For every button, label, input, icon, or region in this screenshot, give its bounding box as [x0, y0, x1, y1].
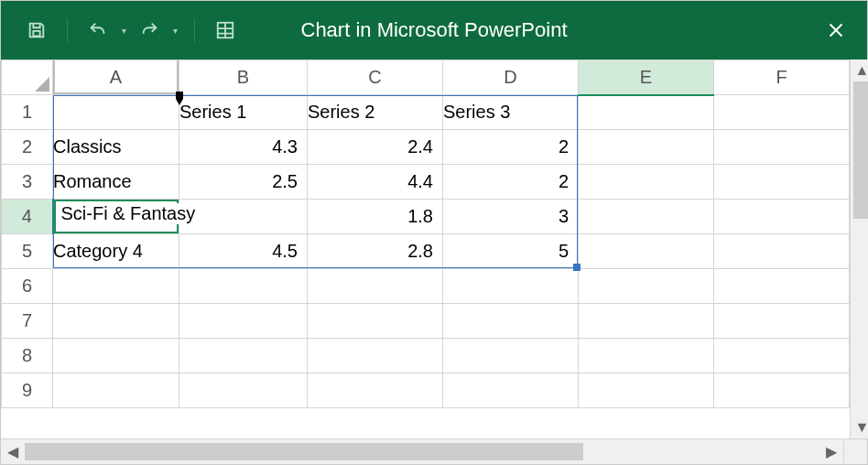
cell-b8[interactable] [179, 339, 308, 373]
select-all-corner[interactable] [2, 60, 53, 95]
column-header-a[interactable]: A [53, 60, 179, 95]
cell-b7[interactable] [179, 304, 308, 339]
row-header-1[interactable]: 1 [2, 95, 53, 130]
save-icon[interactable] [21, 15, 52, 46]
column-header-e[interactable]: E [579, 60, 714, 95]
cell-a9[interactable] [53, 373, 179, 408]
cell-f7[interactable] [714, 304, 850, 339]
undo-icon[interactable] [82, 15, 114, 46]
separator [194, 18, 195, 42]
scroll-down-icon[interactable]: ▼ [851, 416, 868, 438]
close-button[interactable] [818, 12, 854, 49]
redo-dropdown-icon[interactable]: ▾ [170, 26, 179, 36]
horizontal-scrollbar[interactable]: ◀ ▶ [1, 439, 843, 464]
cell-f1[interactable] [714, 95, 850, 130]
separator [67, 18, 68, 42]
cell-c7[interactable] [308, 304, 443, 339]
row-header-8[interactable]: 8 [2, 339, 53, 373]
editing-cell-text: Sci-Fi & Fantasy [61, 203, 200, 224]
cell-a1[interactable] [53, 95, 179, 130]
cell-e7[interactable] [579, 304, 714, 339]
cell-a4[interactable]: Sci-Fi & Fantasy [53, 200, 179, 234]
cell-c5[interactable]: 2.8 [308, 234, 443, 269]
cell-f4[interactable] [714, 200, 850, 234]
horizontal-scroll-row: ◀ ▶ [1, 438, 867, 464]
cell-e2[interactable] [579, 130, 714, 165]
column-header-f[interactable]: F [714, 60, 850, 95]
cell-a5[interactable]: Category 4 [53, 234, 179, 269]
edit-data-grid-icon[interactable] [210, 15, 241, 46]
cell-b1[interactable]: Series 1 [179, 95, 308, 130]
cell-d4[interactable]: 3 [443, 200, 579, 234]
cell-b3[interactable]: 2.5 [179, 165, 308, 200]
cell-d6[interactable] [443, 269, 579, 304]
scroll-right-icon[interactable]: ▶ [819, 439, 843, 464]
cell-e6[interactable] [579, 269, 714, 304]
column-header-b[interactable]: B [179, 60, 308, 95]
row-header-9[interactable]: 9 [2, 373, 53, 408]
cell-f9[interactable] [714, 373, 850, 408]
row-header-3[interactable]: 3 [2, 165, 53, 200]
cell-d8[interactable] [443, 339, 579, 373]
cell-c4[interactable]: 1.8 [308, 200, 443, 234]
cell-d2[interactable]: 2 [443, 130, 579, 165]
spreadsheet-area: A B C D E F 1 Series 1 Series 2 [1, 59, 867, 464]
titlebar: ▾ ▾ Chart in Microsoft PowerPoint [1, 1, 867, 59]
scroll-up-icon[interactable]: ▲ [851, 59, 868, 81]
undo-dropdown-icon[interactable]: ▾ [119, 26, 128, 36]
cell-a6[interactable] [53, 269, 179, 304]
cell-f6[interactable] [714, 269, 850, 304]
cell-c8[interactable] [308, 339, 443, 373]
cell-c2[interactable]: 2.4 [308, 130, 443, 165]
vscroll-thumb[interactable] [853, 81, 868, 219]
vscroll-track[interactable] [851, 81, 868, 416]
cell-d7[interactable] [443, 304, 579, 339]
cell-b9[interactable] [179, 373, 308, 408]
cell-f5[interactable] [714, 234, 850, 269]
chart-data-editor-window: ▾ ▾ Chart in Microsoft PowerPoint [0, 0, 868, 465]
redo-icon[interactable] [134, 15, 165, 46]
row-header-2[interactable]: 2 [2, 130, 53, 165]
cell-a3[interactable]: Romance [53, 165, 179, 200]
cell-a8[interactable] [53, 339, 179, 373]
cell-f8[interactable] [714, 339, 850, 373]
quick-access-toolbar: ▾ ▾ [1, 15, 241, 46]
cell-d1[interactable]: Series 3 [443, 95, 579, 130]
column-header-c[interactable]: C [308, 60, 443, 95]
cell-b2[interactable]: 4.3 [179, 130, 308, 165]
cell-c6[interactable] [308, 269, 443, 304]
cell-d9[interactable] [443, 373, 579, 408]
cell-b6[interactable] [179, 269, 308, 304]
cell-e8[interactable] [579, 339, 714, 373]
cell-d3[interactable]: 2 [443, 165, 579, 200]
scroll-left-icon[interactable]: ◀ [1, 439, 25, 464]
cell-e1[interactable] [579, 95, 714, 130]
vertical-scrollbar[interactable]: ▲ ▼ [850, 59, 868, 438]
cell-f3[interactable] [714, 165, 850, 200]
row-header-4[interactable]: 4 [2, 200, 53, 234]
cell-b5[interactable]: 4.5 [179, 234, 308, 269]
cell-c1[interactable]: Series 2 [308, 95, 443, 130]
cell-d5[interactable]: 5 [443, 234, 579, 269]
cell-f2[interactable] [714, 130, 850, 165]
cell-c9[interactable] [308, 373, 443, 408]
cell-e4[interactable] [579, 200, 714, 234]
column-header-d[interactable]: D [443, 60, 579, 95]
cell-e5[interactable] [579, 234, 714, 269]
hscroll-thumb[interactable] [25, 443, 583, 460]
row-header-7[interactable]: 7 [2, 304, 53, 339]
cell-e3[interactable] [579, 165, 714, 200]
cell-a2[interactable]: Classics [53, 130, 179, 165]
scroll-corner [843, 439, 867, 464]
cell-b4[interactable] [179, 200, 308, 234]
row-header-5[interactable]: 5 [2, 234, 53, 269]
grid[interactable]: A B C D E F 1 Series 1 Series 2 [1, 59, 850, 438]
cell-e9[interactable] [579, 373, 714, 408]
cell-c3[interactable]: 4.4 [308, 165, 443, 200]
cell-a7[interactable] [53, 304, 179, 339]
row-header-6[interactable]: 6 [2, 269, 53, 304]
svg-rect-0 [33, 31, 39, 36]
hscroll-track[interactable] [25, 439, 819, 464]
